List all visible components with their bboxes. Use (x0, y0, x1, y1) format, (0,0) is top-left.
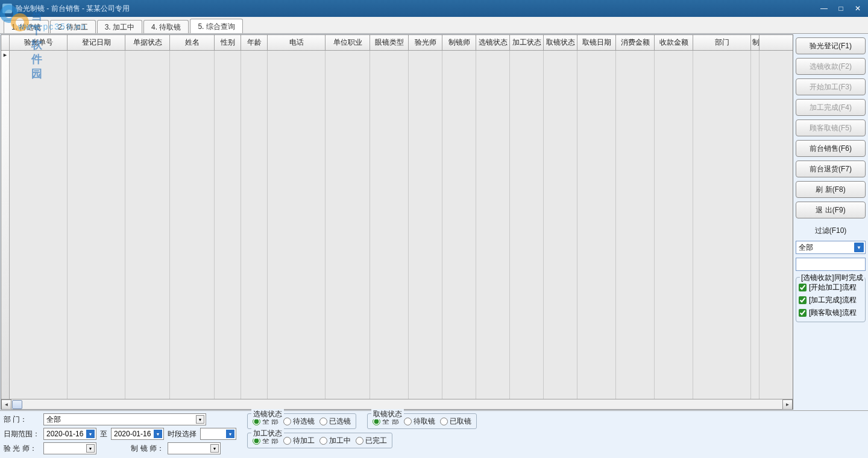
maximize-button[interactable]: □ (833, 3, 849, 14)
radio-pickup-pending[interactable]: 待取镜 (404, 416, 435, 427)
scroll-left-icon[interactable]: ◄ (1, 399, 11, 410)
radio-process-ing[interactable]: 加工中 (319, 436, 351, 446)
filter-combo-value: 全部 (799, 243, 813, 253)
chk-start-process[interactable]: [开始加工]流程 (799, 281, 863, 294)
data-grid[interactable]: 验光单号 登记日期 单据状态 姓名 性别 年龄 电话 单位职业 眼镜类型 验光师… (1, 34, 793, 410)
date-from[interactable]: 2020-01-16▼ (43, 428, 96, 440)
radio-pickup-done[interactable]: 已取镜 (440, 416, 471, 427)
row-indicator (1, 51, 10, 399)
scroll-thumb[interactable] (12, 400, 22, 409)
lensmaker-combo[interactable]: ▼ (168, 442, 221, 454)
btn-front-sale[interactable]: 前台销售(F6) (796, 140, 866, 157)
btn-register[interactable]: 验光登记(F1) (796, 37, 866, 54)
col-extra[interactable]: 制 (751, 35, 760, 50)
period-label: 时段选择 (168, 429, 197, 439)
horizontal-scrollbar[interactable]: ◄ ► (1, 399, 793, 409)
col-select-status[interactable]: 选镜状态 (476, 35, 510, 50)
action-panel: 验光登记(F1) 选镜收款(F2) 开始加工(F3) 加工完成(F4) 顾客取镜… (793, 34, 868, 410)
col-lensmaker[interactable]: 制镜师 (442, 35, 476, 50)
col-process-status[interactable]: 加工状态 (510, 35, 544, 50)
date-to[interactable]: 2020-01-16▼ (111, 428, 164, 440)
col-occupation[interactable]: 单位职业 (326, 35, 370, 50)
col-spend-amount[interactable]: 消费金额 (616, 35, 655, 50)
tab-pending-select[interactable]: 1. 待选镜 (4, 20, 49, 33)
chevron-down-icon: ▼ (154, 430, 162, 438)
titlebar: 验光制镜 - 前台销售 - 某某公司专用 — □ ✕ (0, 0, 868, 17)
close-button[interactable]: ✕ (850, 3, 866, 14)
auto-complete-group: [选镜收款]同时完成 [开始加工]流程 [加工完成]流程 [顾客取镜]流程 (796, 277, 866, 322)
btn-select-pay[interactable]: 选镜收款(F2) (796, 58, 866, 75)
col-paid-amount[interactable]: 收款金额 (655, 35, 693, 50)
tab-bar: 1. 待选镜 2. 待加工 3. 加工中 4. 待取镜 5. 综合查询 (0, 17, 868, 34)
dept-label: 部 门： (4, 415, 40, 425)
grid-header: 验光单号 登记日期 单据状态 姓名 性别 年龄 电话 单位职业 眼镜类型 验光师… (1, 35, 793, 51)
tab-pending-process[interactable]: 2. 待加工 (50, 20, 95, 33)
col-pickup-date[interactable]: 取镜日期 (577, 35, 616, 50)
lensmaker-label: 制 镜 师： (111, 444, 164, 454)
tab-pending-pickup[interactable]: 4. 待取镜 (143, 20, 189, 33)
select-status-group: 选镜状态 全 部 待选镜 已选镜 (247, 413, 356, 429)
group-title: [选镜收款]同时完成 (800, 273, 864, 283)
col-pickup-status[interactable]: 取镜状态 (544, 35, 577, 50)
radio-select-pending[interactable]: 待选镜 (283, 416, 315, 427)
col-name[interactable]: 姓名 (170, 35, 215, 50)
app-icon (2, 4, 12, 13)
period-combo[interactable]: ▼ (200, 428, 236, 440)
chk-customer-pickup[interactable]: [顾客取镜]流程 (799, 307, 863, 319)
grid-body[interactable] (1, 51, 793, 399)
col-optometrist[interactable]: 验光师 (409, 35, 442, 50)
pickup-status-group: 取镜状态 全 部 待取镜 已取镜 (367, 413, 476, 429)
minimize-button[interactable]: — (816, 3, 832, 14)
col-doc-status[interactable]: 单据状态 (125, 35, 170, 50)
date-label: 日期范围： (4, 429, 40, 439)
filter-combo[interactable]: 全部 ▼ (796, 241, 866, 254)
btn-customer-pickup[interactable]: 顾客取镜(F5) (796, 119, 866, 136)
col-gender[interactable]: 性别 (215, 35, 241, 50)
col-age[interactable]: 年龄 (241, 35, 268, 50)
col-glasses-type[interactable]: 眼镜类型 (370, 35, 409, 50)
btn-start-process[interactable]: 开始加工(F3) (796, 78, 866, 95)
btn-refresh[interactable]: 刷 新(F8) (796, 181, 866, 198)
optom-combo[interactable]: ▼ (43, 442, 96, 454)
chevron-down-icon: ▼ (196, 415, 204, 424)
optom-label: 验 光 师： (4, 444, 40, 454)
chevron-down-icon: ▼ (226, 430, 234, 438)
tab-processing[interactable]: 3. 加工中 (97, 20, 142, 33)
chevron-down-icon: ▼ (86, 444, 95, 453)
col-reg-date[interactable]: 登记日期 (68, 35, 125, 50)
date-to-label: 至 (100, 429, 107, 439)
col-dept[interactable]: 部门 (693, 35, 751, 50)
process-status-group: 加工状态 全 部 待加工 加工中 已完工 (247, 433, 392, 448)
btn-front-return[interactable]: 前台退货(F7) (796, 161, 866, 177)
col-order-no[interactable]: 验光单号 (10, 35, 68, 50)
radio-process-pending[interactable]: 待加工 (283, 436, 315, 446)
chk-process-done[interactable]: [加工完成]流程 (799, 294, 863, 307)
radio-select-done[interactable]: 已选镜 (319, 416, 351, 427)
filter-label: 过滤(F10) (796, 222, 866, 237)
scroll-right-icon[interactable]: ► (782, 399, 793, 410)
tab-query[interactable]: 5. 综合查询 (190, 19, 242, 33)
filter-input[interactable] (796, 258, 866, 271)
btn-exit[interactable]: 退 出(F9) (796, 202, 866, 218)
filter-bar: 部 门： 全部▼ 日期范围： 2020-01-16▼ 至 2020-01-16▼… (0, 410, 868, 458)
dept-combo[interactable]: 全部▼ (43, 413, 206, 425)
chevron-down-icon: ▼ (854, 243, 864, 252)
radio-process-done[interactable]: 已完工 (356, 436, 387, 446)
btn-process-done[interactable]: 加工完成(F4) (796, 99, 866, 116)
chevron-down-icon: ▼ (86, 430, 95, 438)
window-title: 验光制镜 - 前台销售 - 某某公司专用 (16, 4, 816, 14)
col-phone[interactable]: 电话 (268, 35, 326, 50)
chevron-down-icon: ▼ (210, 444, 219, 453)
